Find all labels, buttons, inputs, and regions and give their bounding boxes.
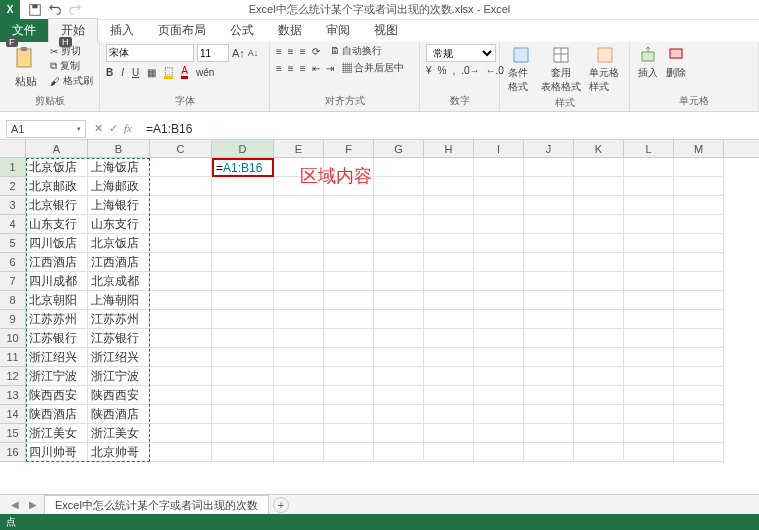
cell[interactable] (524, 253, 574, 272)
cell[interactable] (150, 234, 212, 253)
cell[interactable] (624, 196, 674, 215)
cell[interactable] (474, 253, 524, 272)
cell[interactable] (424, 215, 474, 234)
shrink-font-icon[interactable]: A↓ (248, 48, 259, 58)
cell[interactable] (150, 215, 212, 234)
cell[interactable] (524, 215, 574, 234)
cell[interactable] (674, 272, 724, 291)
orientation-icon[interactable]: ⟳ (312, 46, 320, 57)
add-sheet-button[interactable]: + (273, 497, 289, 513)
cancel-icon[interactable]: ✕ (94, 122, 103, 135)
cell[interactable] (424, 310, 474, 329)
cell[interactable] (624, 405, 674, 424)
col-header[interactable]: F (324, 140, 374, 157)
cell[interactable] (474, 196, 524, 215)
redo-icon[interactable] (68, 3, 82, 17)
col-header[interactable]: C (150, 140, 212, 157)
spreadsheet-grid[interactable]: A B C D E F G H I J K L M 1北京饭店上海饭店2北京邮政… (0, 140, 759, 462)
cell[interactable] (150, 367, 212, 386)
cell[interactable] (574, 443, 624, 462)
italic-button[interactable]: I (121, 67, 124, 78)
cell[interactable] (374, 443, 424, 462)
sheet-nav-prev-icon[interactable]: ◀ (8, 499, 22, 510)
cell[interactable] (424, 386, 474, 405)
cell[interactable]: 北京银行 (26, 196, 88, 215)
cell[interactable] (524, 196, 574, 215)
cell[interactable]: 北京成都 (88, 272, 150, 291)
cell[interactable] (524, 291, 574, 310)
currency-icon[interactable]: ¥ (426, 65, 432, 76)
cell[interactable] (374, 367, 424, 386)
cell[interactable]: 陕西酒店 (88, 405, 150, 424)
indent-dec-icon[interactable]: ⇤ (312, 63, 320, 74)
cell[interactable] (324, 253, 374, 272)
cell[interactable] (324, 405, 374, 424)
cell[interactable] (474, 215, 524, 234)
active-edit-cell[interactable]: =A1:B16 (212, 158, 274, 177)
fx-icon[interactable]: fx (124, 122, 132, 135)
cell[interactable] (674, 158, 724, 177)
cell[interactable]: 北京帅哥 (88, 443, 150, 462)
cell[interactable] (674, 215, 724, 234)
cell[interactable] (474, 405, 524, 424)
cell[interactable]: 山东支行 (88, 215, 150, 234)
cell[interactable] (524, 386, 574, 405)
cell[interactable] (624, 272, 674, 291)
enter-icon[interactable]: ✓ (109, 122, 118, 135)
phonetic-icon[interactable]: wén (196, 67, 214, 78)
row-header[interactable]: 16 (0, 443, 26, 462)
cell[interactable] (150, 405, 212, 424)
cell[interactable] (324, 329, 374, 348)
cell[interactable] (574, 386, 624, 405)
cell[interactable] (574, 424, 624, 443)
cell[interactable] (150, 177, 212, 196)
cell[interactable] (374, 158, 424, 177)
cell[interactable] (424, 443, 474, 462)
cell[interactable] (374, 196, 424, 215)
insert-cells-button[interactable]: 插入 (636, 44, 660, 82)
cell[interactable] (574, 196, 624, 215)
cell[interactable] (374, 405, 424, 424)
cell[interactable]: 上海银行 (88, 196, 150, 215)
cell[interactable] (474, 367, 524, 386)
cell[interactable]: 江西酒店 (88, 253, 150, 272)
cell[interactable] (624, 348, 674, 367)
cell[interactable]: 山东支行 (26, 215, 88, 234)
cell[interactable] (150, 310, 212, 329)
cell[interactable] (424, 158, 474, 177)
cell[interactable] (474, 348, 524, 367)
cell[interactable] (674, 443, 724, 462)
cell[interactable] (624, 234, 674, 253)
cell[interactable] (374, 348, 424, 367)
cell[interactable]: 陕西西安 (88, 386, 150, 405)
cell[interactable] (324, 196, 374, 215)
cell[interactable] (624, 310, 674, 329)
cell[interactable] (524, 443, 574, 462)
cell[interactable] (274, 310, 324, 329)
cell[interactable] (212, 177, 274, 196)
cell[interactable] (374, 329, 424, 348)
cell[interactable]: 四川帅哥 (26, 443, 88, 462)
cell[interactable] (374, 310, 424, 329)
cell[interactable] (524, 424, 574, 443)
cell[interactable] (624, 367, 674, 386)
cell[interactable]: 北京朝阳 (26, 291, 88, 310)
cell[interactable] (674, 348, 724, 367)
delete-cells-button[interactable]: 删除 (664, 44, 688, 82)
cell[interactable] (150, 443, 212, 462)
cell[interactable] (324, 348, 374, 367)
row-header[interactable]: 1 (0, 158, 26, 177)
cell[interactable] (574, 348, 624, 367)
cell[interactable] (374, 215, 424, 234)
fill-color-icon[interactable]: ⬚ (164, 65, 173, 79)
cell[interactable] (150, 158, 212, 177)
cell[interactable] (212, 386, 274, 405)
cell[interactable] (574, 291, 624, 310)
cell[interactable] (424, 405, 474, 424)
border-icon[interactable]: ▦ (147, 67, 156, 78)
cell[interactable]: 浙江宁波 (26, 367, 88, 386)
cell[interactable] (324, 215, 374, 234)
cell[interactable] (624, 443, 674, 462)
cell[interactable] (212, 443, 274, 462)
cell[interactable] (424, 177, 474, 196)
